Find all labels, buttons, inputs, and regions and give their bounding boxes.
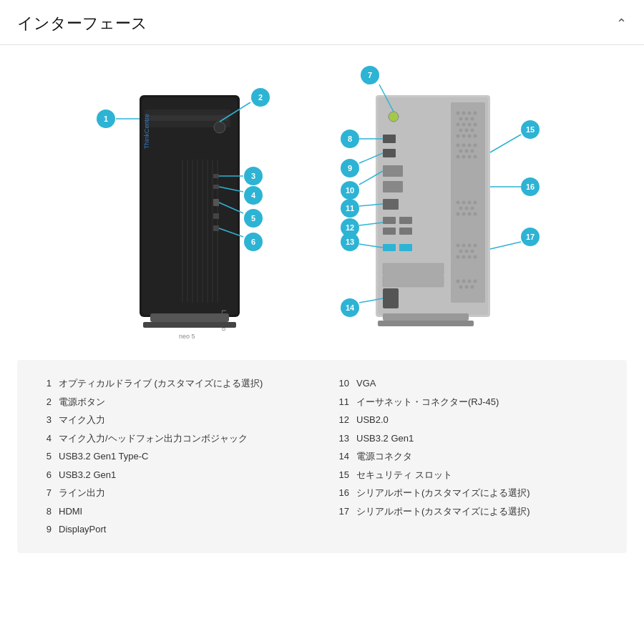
- svg-text:1: 1: [104, 114, 108, 123]
- svg-point-82: [468, 213, 472, 216]
- svg-point-58: [457, 135, 460, 138]
- svg-text:12: 12: [346, 223, 354, 232]
- svg-rect-3: [147, 115, 228, 121]
- svg-rect-112: [383, 244, 396, 251]
- svg-point-91: [457, 255, 460, 259]
- svg-text:13: 13: [346, 238, 354, 246]
- legend-num: 17: [336, 504, 349, 519]
- legend-label: USB3.2 Gen1 Type-C: [59, 449, 149, 464]
- legend-label: USB3.2 Gen1: [59, 468, 116, 482]
- svg-point-46: [468, 112, 472, 115]
- svg-point-90: [471, 250, 474, 253]
- svg-rect-110: [383, 228, 396, 235]
- svg-point-97: [468, 280, 472, 283]
- legend-item: 8HDMI: [39, 502, 308, 521]
- svg-point-59: [462, 135, 466, 138]
- legend-num: 4: [39, 431, 52, 446]
- legend-left-col: 1オプティカルドライブ (カスタマイズによる選択)2電源ボタン3マイク入力4マイ…: [39, 374, 308, 539]
- svg-rect-116: [383, 275, 444, 287]
- svg-rect-115: [383, 263, 444, 275]
- legend-label: マイク入力/ヘッドフォン出力コンボジャック: [59, 431, 248, 446]
- svg-point-62: [457, 144, 460, 147]
- legend-item: 15セキュリティ スロット: [336, 466, 605, 484]
- svg-rect-118: [378, 321, 474, 326]
- svg-point-66: [459, 150, 463, 153]
- svg-point-75: [468, 201, 472, 205]
- svg-point-70: [462, 155, 466, 159]
- svg-text:10: 10: [346, 186, 354, 195]
- legend-label: シリアルポート(カスタマイズによる選択): [356, 504, 530, 519]
- svg-point-18: [214, 122, 225, 133]
- legend-num: 6: [39, 468, 52, 482]
- legend-label: USB2.0: [356, 413, 389, 427]
- svg-text:15: 15: [526, 125, 535, 134]
- legend-num: 14: [336, 449, 349, 464]
- svg-point-51: [457, 123, 460, 127]
- svg-point-74: [462, 201, 466, 205]
- svg-rect-105: [383, 165, 403, 177]
- legend-num: 9: [39, 522, 52, 537]
- svg-point-53: [468, 123, 472, 127]
- svg-text:3: 3: [251, 172, 255, 180]
- legend-num: 15: [336, 468, 349, 482]
- svg-point-99: [459, 286, 463, 289]
- svg-text:neo 5: neo 5: [179, 333, 195, 338]
- svg-point-71: [468, 155, 472, 159]
- svg-point-94: [474, 255, 477, 259]
- legend-item: 9DisplayPort: [39, 520, 308, 539]
- svg-point-57: [471, 129, 474, 132]
- legend-grid: 1オプティカルドライブ (カスタマイズによる選択)2電源ボタン3マイク入力4マイ…: [39, 374, 605, 539]
- svg-rect-109: [399, 217, 412, 224]
- legend-item: 17シリアルポート(カスタマイズによる選択): [336, 502, 605, 521]
- svg-text:7: 7: [368, 71, 372, 79]
- legend-num: 2: [39, 395, 52, 409]
- svg-point-79: [471, 207, 474, 210]
- svg-rect-107: [383, 199, 399, 210]
- svg-rect-16: [213, 213, 219, 219]
- legend-item: 14電源コネクタ: [336, 447, 605, 466]
- back-panel-svg: 7 8 9 10 11 12: [336, 59, 565, 338]
- page-title: インターフェース: [17, 13, 147, 34]
- svg-rect-21: [150, 313, 229, 322]
- legend-item: 5USB3.2 Gen1 Type-C: [39, 447, 308, 466]
- svg-point-44: [457, 112, 460, 115]
- svg-rect-114: [383, 288, 399, 308]
- legend-num: 11: [336, 395, 349, 409]
- svg-point-102: [389, 112, 399, 122]
- legend-label: シリアルポート(カスタマイズによる選択): [356, 486, 530, 500]
- legend-label: 電源ボタン: [59, 395, 105, 409]
- legend-num: 16: [336, 486, 349, 500]
- svg-rect-113: [399, 244, 412, 251]
- legend-item: 3マイク入力: [39, 411, 308, 429]
- svg-text:5: 5: [251, 214, 255, 223]
- svg-point-61: [474, 135, 477, 138]
- svg-rect-17: [213, 225, 219, 231]
- svg-point-95: [457, 280, 460, 283]
- header-bar: インターフェース ⌃: [0, 0, 644, 45]
- svg-text:17: 17: [526, 233, 535, 241]
- legend-box: 1オプティカルドライブ (カスタマイズによる選択)2電源ボタン3マイク入力4マイ…: [17, 360, 627, 553]
- svg-point-84: [457, 244, 460, 248]
- svg-rect-15: [213, 199, 219, 206]
- svg-point-67: [465, 150, 469, 153]
- legend-num: 3: [39, 413, 52, 427]
- svg-point-63: [462, 144, 466, 147]
- svg-point-54: [474, 123, 477, 127]
- svg-line-149: [490, 242, 521, 249]
- legend-item: 12USB2.0: [336, 411, 605, 429]
- svg-point-96: [462, 280, 466, 283]
- svg-rect-108: [383, 217, 396, 224]
- svg-point-77: [459, 207, 463, 210]
- legend-label: イーサネット・コネクター(RJ-45): [356, 395, 499, 409]
- svg-point-78: [465, 207, 469, 210]
- legend-label: HDMI: [59, 504, 82, 519]
- legend-num: 13: [336, 431, 349, 446]
- svg-point-92: [462, 255, 466, 259]
- svg-point-64: [468, 144, 472, 147]
- svg-point-49: [465, 117, 469, 121]
- legend-num: 5: [39, 449, 52, 464]
- svg-point-50: [471, 117, 474, 121]
- legend-item: 7ライン出力: [39, 484, 308, 502]
- legend-right-col: 10VGA11イーサネット・コネクター(RJ-45)12USB2.013USB3…: [336, 374, 605, 539]
- chevron-up-icon[interactable]: ⌃: [616, 16, 627, 31]
